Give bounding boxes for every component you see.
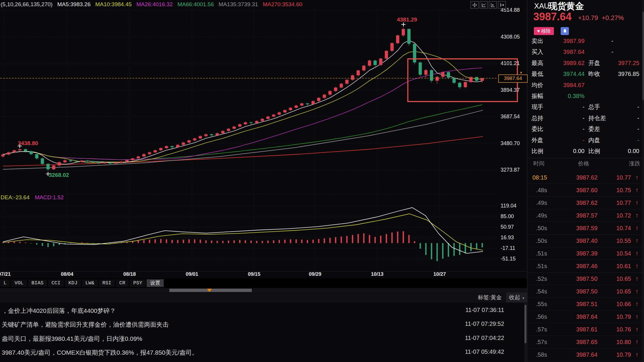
tick-time: .57s: [536, 323, 547, 336]
quote-panel: XAU 现货黄金 3987.64 ↑ +10.79 +0.27% ♥ 移除 卖出…: [527, 0, 644, 362]
quote-value: 3989.62: [563, 58, 585, 69]
quote-label: 总手: [588, 102, 600, 112]
quote-label: 委比: [532, 124, 543, 134]
indicator-tab[interactable]: CCI: [48, 279, 64, 287]
news-headline: 关键矿产清单，避险需求回升支撑金价，油价遭供需两面夹击: [2, 321, 169, 329]
panel-scrollbar-thumb[interactable]: [642, 12, 644, 100]
tick-row: .57s 3987.61 10.76 ↑: [527, 323, 644, 336]
swing-high-label: 3438.80: [18, 140, 38, 147]
news-item[interactable]: 关键矿产清单，避险需求回升支撑金价，油价遭供需两面夹击 11-07 07:29:…: [0, 317, 524, 331]
ma-legend-item: MA135:3739.31: [218, 1, 258, 7]
tick-row: .50s 3987.40 10.55 ↑: [527, 235, 644, 247]
axis-label: 4308.05: [501, 34, 527, 40]
tick-time: .58s: [536, 348, 547, 361]
quote-label: 比例: [588, 146, 600, 157]
tick-row: .56s 3987.64 10.79 ↑: [527, 310, 644, 323]
quote-value: 0.00: [573, 146, 585, 157]
indicator-tab[interactable]: LW&: [82, 279, 98, 287]
quote-value: -: [637, 135, 639, 146]
news-item[interactable]: 盎司关口，最新报3979.46美元/盎司，日内涨0.01% 11-07 04:5…: [0, 359, 524, 362]
date-axis: 07/2108/0408/1809/0109/1509/2910/1310/27: [0, 271, 527, 278]
tick-time: .50s: [536, 222, 547, 234]
alert-bell-button[interactable]: [561, 27, 569, 35]
tick-change: 10.79: [616, 348, 631, 361]
news-collapse-button[interactable]: 收起 ▼: [506, 293, 527, 303]
axis-label: -51.15: [501, 256, 527, 262]
quote-label: 持仓差: [588, 113, 606, 124]
tick-change: 10.65: [616, 285, 631, 298]
news-scrollbar[interactable]: [524, 303, 527, 362]
quote-value: 3984.67: [563, 80, 585, 91]
tick-change: 10.74: [616, 222, 631, 234]
indicator-tab[interactable]: VOL: [11, 279, 27, 287]
quote-value: 3976.85: [618, 69, 639, 79]
quote-row: 最高 3989.62 开盘 3977.25: [527, 58, 644, 69]
tick-change: 10.75: [616, 184, 631, 196]
tick-time: .56s: [536, 310, 547, 323]
indicator-tab[interactable]: PSY: [130, 279, 146, 287]
news-item[interactable]: 3987.40美元/盎司，COMEX白银期货下跌0.36%，报47.850美元/…: [0, 345, 524, 359]
news-item[interactable]: ，金价上冲4020后回落，年底4400梦碎？ 11-07 07:36:11: [0, 303, 524, 317]
quote-value: -: [637, 124, 639, 134]
tick-price: 3987.39: [576, 247, 597, 260]
axis-label: 3273.87: [501, 167, 527, 173]
up-arrow-icon: ↑: [635, 336, 639, 348]
tick-time: .48s: [536, 184, 547, 196]
tick-row: .51s 3987.46 10.61 ↑: [527, 260, 644, 273]
tick-time: .50s: [536, 235, 547, 247]
axis-label: 4101.21: [501, 60, 527, 67]
indicator-tab[interactable]: BIAS: [28, 279, 47, 287]
move-icon[interactable]: [471, 1, 479, 9]
indicator-tab[interactable]: L: [0, 279, 10, 287]
quote-label: 内盘: [588, 135, 600, 146]
news-tag-label: 标签:黄金: [478, 293, 502, 303]
date-axis-label: 09/01: [186, 271, 198, 277]
candlestick-macd-chart[interactable]: [0, 0, 527, 278]
quote-value: -: [582, 113, 585, 124]
up-arrow-icon: ↑: [635, 184, 639, 196]
ma-legend-item: MA5:3983.26: [57, 1, 90, 7]
tick-row: .54s 3987.50 10.65 ↑: [527, 285, 644, 298]
kline-pane-icon[interactable]: [480, 1, 488, 9]
tick-row: .50s 3987.59 10.74 ↑: [527, 222, 644, 235]
indicator-tab[interactable]: 设置: [147, 279, 164, 287]
tick-time: .57s: [536, 336, 547, 348]
tick-price: 3987.57: [576, 209, 597, 222]
tick-time: .54s: [536, 285, 547, 298]
chart-toolbar: [471, 1, 506, 9]
tick-price: 3987.46: [576, 260, 597, 272]
news-scrollbar-thumb[interactable]: [524, 305, 527, 343]
ma-legend-item: MA26:4016.32: [136, 1, 173, 7]
playback-icon[interactable]: [489, 1, 497, 9]
pane-exit-icon[interactable]: [498, 1, 506, 9]
quote-value: 0.00: [628, 146, 639, 157]
indicator-tab[interactable]: RSI: [99, 279, 115, 287]
quote-row: 振幅 0.38%: [527, 91, 644, 102]
news-item[interactable]: 盎司关口，最新报3980.41美元/盎司，日内涨0.09% 11-07 07:0…: [0, 331, 524, 345]
tick-price: 3987.50: [576, 285, 597, 298]
quote-row: 卖出 3987.99 -: [527, 36, 644, 47]
macd-legend: DEA:-23.64MACD:1.52: [1, 194, 69, 201]
tick-time: .49s: [536, 209, 547, 222]
quote-value: 3974.44: [563, 69, 585, 79]
indicator-tab[interactable]: KDJ: [65, 279, 81, 287]
quote-value: -: [611, 36, 613, 47]
quote-row: 委比 - 委差 -: [527, 124, 644, 134]
quote-label: 振幅: [532, 91, 543, 102]
panel-scrollbar[interactable]: [642, 0, 644, 362]
quote-row: 比例 0.00 比例 0.00: [527, 146, 644, 157]
remove-favorite-button[interactable]: ♥ 移除: [534, 27, 554, 35]
quote-value: -: [582, 124, 585, 134]
quote-label: 委差: [588, 124, 600, 134]
tick-list[interactable]: 08:15 3987.62 10.77 ↑ .48s 3987.60 10.75…: [527, 171, 644, 361]
tick-row: .51s 3987.39 10.54 ↑: [527, 247, 644, 260]
date-axis-label: 09/15: [248, 271, 261, 277]
indicator-tab[interactable]: CR: [116, 279, 129, 287]
quote-row: 总持 - 持仓差 -: [527, 113, 644, 124]
quote-label: 最低: [532, 69, 543, 79]
chart-hscrollbar[interactable]: [0, 288, 527, 293]
date-axis-label: 08/04: [61, 271, 74, 277]
tick-row: .52s 3987.50 10.65 ↑: [527, 273, 644, 285]
tick-price: 3987.62: [576, 171, 597, 184]
up-arrow-icon: ↑: [568, 13, 572, 21]
